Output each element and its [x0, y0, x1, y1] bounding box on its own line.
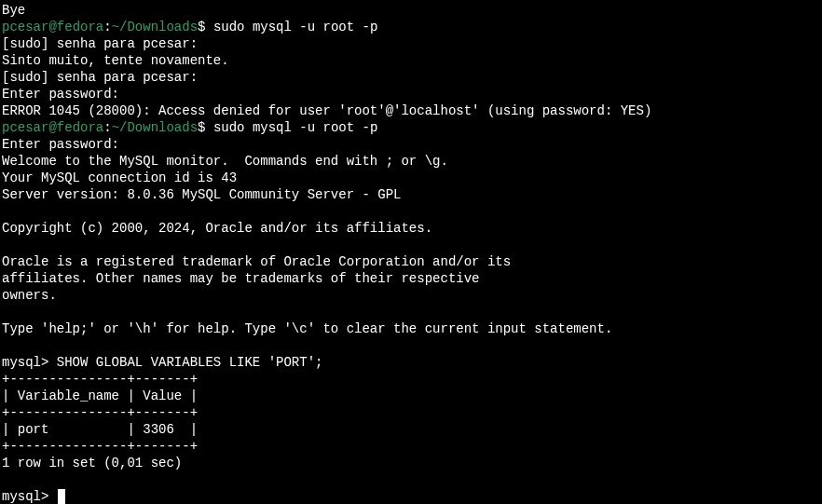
prompt-dollar: $	[198, 20, 213, 34]
prompt-dollar-2: $	[198, 120, 213, 135]
prompt-colon: :	[103, 20, 111, 34]
table-header: | Variable_name | Value |	[2, 388, 198, 403]
prompt-host-2: fedora	[57, 120, 103, 135]
prompt-path-2: ~/Downloads	[112, 120, 198, 135]
sudo-prompt-1: [sudo] senha para pcesar:	[2, 36, 205, 51]
table-row: | port | 3306 |	[2, 422, 198, 437]
trademark-2: affiliates. Other names may be trademark…	[2, 271, 479, 286]
table-border-3: +---------------+-------+	[2, 439, 198, 454]
mysql-prompt-1: mysql>	[2, 355, 57, 370]
prompt-user-2: pcesar	[2, 120, 48, 135]
welcome-line: Welcome to the MySQL monitor. Commands e…	[2, 154, 448, 169]
trademark-1: Oracle is a registered trademark of Orac…	[2, 254, 511, 269]
trademark-3: owners.	[2, 288, 57, 303]
command-1: sudo mysql -u root -p	[213, 20, 377, 34]
table-border-2: +---------------+-------+	[2, 405, 198, 420]
terminal-output-bye: Bye	[2, 3, 25, 18]
mysql-error: ERROR 1045 (28000): Access denied for us…	[2, 103, 651, 118]
copyright: Copyright (c) 2000, 2024, Oracle and/or …	[2, 221, 432, 236]
sudo-retry: Sinto muito, tente novamente.	[2, 53, 229, 68]
mysql-prompt-2[interactable]: mysql>	[2, 489, 57, 504]
enter-password-2: Enter password:	[2, 137, 127, 152]
enter-password-1: Enter password:	[2, 87, 127, 102]
prompt-colon-2: :	[103, 120, 111, 135]
server-version: Server version: 8.0.36 MySQL Community S…	[2, 187, 401, 202]
sudo-prompt-2: [sudo] senha para pcesar:	[2, 70, 205, 85]
prompt-at: @	[48, 20, 56, 34]
prompt-user: pcesar	[2, 20, 48, 34]
prompt-at-2: @	[48, 120, 56, 135]
mysql-command-1: SHOW GLOBAL VARIABLES LIKE 'PORT';	[57, 355, 323, 370]
help-line: Type 'help;' or '\h' for help. Type '\c'…	[2, 321, 612, 336]
table-border-1: +---------------+-------+	[2, 372, 198, 387]
connection-id: Your MySQL connection id is 43	[2, 170, 237, 185]
row-count: 1 row in set (0,01 sec)	[2, 456, 182, 470]
prompt-path: ~/Downloads	[112, 20, 198, 34]
command-2: sudo mysql -u root -p	[213, 120, 377, 135]
cursor[interactable]	[58, 489, 65, 504]
prompt-host: fedora	[57, 20, 103, 34]
